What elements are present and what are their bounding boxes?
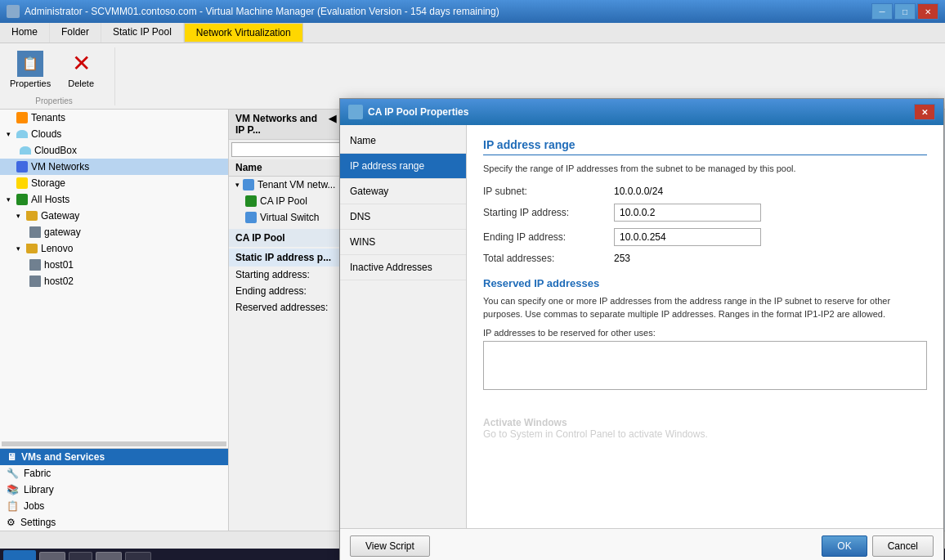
dialog-icon [348,105,363,119]
sidebar-item-tenants[interactable]: Tenants [0,110,228,126]
ip-subnet-value: 10.0.0.0/24 [614,186,663,197]
gateway-arrow: ▾ [16,212,25,220]
dialog-footer-right: OK Cancel [822,535,934,557]
ip-range-section-title: IP address range [483,138,927,155]
dialog-nav-wins[interactable]: WINS [340,230,466,255]
sidebar-label-storage: Storage [31,177,65,189]
vmnetworks-arrow [7,163,15,171]
middle-panel: VM Networks and IP P... ◀ Name ▾ Tenant … [229,110,343,531]
start-button[interactable]: ⊞ [3,550,36,560]
clouds-arrow: ▾ [7,130,15,138]
taskbar-btn-folder[interactable]: 📂 [96,552,122,560]
reserved-textarea[interactable] [483,341,927,390]
total-label: Total addresses: [483,253,614,264]
delete-button[interactable]: ✕ Delete [60,47,101,92]
close-button[interactable]: ✕ [917,3,938,20]
starting-addr-label: Starting address: [235,269,310,280]
tab-static-ip-pool[interactable]: Static IP Pool [101,23,184,43]
storage-icon [16,177,28,189]
middle-section-ca-ip-pool: CA IP Pool [229,229,343,247]
taskbar-btn-app[interactable]: 🔲 [125,552,151,560]
sidebar-item-cloudbox[interactable]: CloudBox [0,142,228,159]
middle-item-tenant-network[interactable]: ▾ Tenant VM netw... [229,177,343,193]
ending-ip-input[interactable] [614,228,761,246]
sidebar-label-tenants: Tenants [31,112,65,123]
sidebar: Tenants ▾ Clouds CloudBox VM Networks [0,110,229,531]
nav-jobs-label: Jobs [24,500,44,512]
sidebar-nav-library[interactable]: 📚 Library [0,482,228,498]
section-ca-ip-pool: CA IP Pool [235,232,285,244]
middle-section-static-ip: Static IP address p... [229,249,343,267]
view-script-button[interactable]: View Script [350,535,430,557]
properties-button[interactable]: 📋 Properties [7,47,54,92]
cancel-button[interactable]: Cancel [872,535,934,557]
middle-item-virtual-switch[interactable]: Virtual Switch [229,209,343,226]
middle-col-header: Name [229,159,343,177]
maximize-button[interactable]: □ [894,3,916,20]
collapse-icon[interactable]: ◀ [329,113,336,136]
middle-search [229,140,343,159]
expand-arrow: ▾ [235,181,240,189]
tab-network-virtualization[interactable]: Network Virtualization [184,23,303,43]
sidebar-item-vm-networks[interactable]: VM Networks [0,159,228,175]
starting-ip-input[interactable] [614,204,761,222]
sidebar-item-host02[interactable]: host02 [0,273,228,289]
ribbon-group-properties: 📋 Properties ✕ Delete Properties [7,47,115,105]
ribbon: Home Folder Static IP Pool Network Virtu… [0,23,945,110]
sidebar-item-gateway-folder[interactable]: ▾ Gateway [0,208,228,224]
ribbon-group-label: Properties [35,96,73,105]
delete-label: Delete [68,78,94,88]
sidebar-item-lenovo-folder[interactable]: ▾ Lenovo [0,240,228,257]
sidebar-content: Tenants ▾ Clouds CloudBox VM Networks [0,110,228,440]
delete-icon: ✕ [68,51,94,77]
sidebar-nav-fabric[interactable]: 🔧 Fabric [0,465,228,482]
properties-icon: 📋 [17,51,43,77]
dialog-nav-name[interactable]: Name [340,128,466,154]
sidebar-label-cloudbox: CloudBox [34,145,77,156]
dialog-nav: Name IP address range Gateway DNS WINS I… [340,125,467,528]
sidebar-nav-settings[interactable]: ⚙ Settings [0,514,228,531]
taskbar-btn-file-explorer[interactable]: 📁 [39,552,65,560]
col-name: Name [235,162,262,173]
dialog-nav-ip-range[interactable]: IP address range [340,154,466,179]
virtual-switch-label: Virtual Switch [260,212,319,223]
clouds-icon [16,130,28,138]
static-starting-addr: Starting address: [229,267,343,283]
reserved-section-title: Reserved IP addresses [483,277,927,289]
tab-folder[interactable]: Folder [50,23,101,43]
reserved-label: IP addresses to be reserved for other us… [483,328,927,338]
sidebar-item-host01[interactable]: host01 [0,257,228,273]
total-addresses-row: Total addresses: 253 [483,253,927,264]
sidebar-label-clouds: Clouds [31,128,61,140]
tenants-icon [16,112,28,123]
ok-button[interactable]: OK [822,535,867,557]
sidebar-scrollbar[interactable] [2,441,226,446]
allhosts-arrow: ▾ [7,195,15,204]
middle-search-input[interactable] [231,142,340,157]
dialog-nav-dns[interactable]: DNS [340,204,466,230]
middle-item-ca-ip-pool[interactable]: CA IP Pool [229,193,343,209]
allhosts-icon [16,194,28,205]
sidebar-nav-vms-services[interactable]: 🖥 VMs and Services [0,449,228,465]
ca-ip-pool-icon [245,195,257,207]
sidebar-bottom-nav: 🖥 VMs and Services 🔧 Fabric 📚 Library 📋 … [0,448,228,531]
sidebar-item-clouds[interactable]: ▾ Clouds [0,126,228,142]
tab-home[interactable]: Home [0,23,50,43]
sidebar-item-gateway[interactable]: gateway [0,224,228,240]
dialog-nav-gateway[interactable]: Gateway [340,179,466,204]
sidebar-nav-jobs[interactable]: 📋 Jobs [0,498,228,514]
sidebar-label-host01: host01 [44,259,74,271]
sidebar-label-gateway: Gateway [41,210,79,222]
sidebar-item-storage[interactable]: Storage [0,175,228,191]
dialog-close-button[interactable]: ✕ [914,104,935,120]
ending-ip-row: Ending IP address: [483,228,927,246]
ca-ip-pool-label: CA IP Pool [260,195,307,207]
activate-line2: Go to System in Control Panel to activat… [483,428,927,440]
lenovo-arrow: ▾ [16,244,25,253]
sidebar-label-host02: host02 [44,276,74,287]
sidebar-item-all-hosts[interactable]: ▾ All Hosts [0,191,228,208]
dialog-nav-inactive[interactable]: Inactive Addresses [340,255,466,280]
minimize-button[interactable]: ─ [871,3,893,20]
sidebar-label-lenovo: Lenovo [41,243,73,254]
taskbar-btn-terminal[interactable]: 🖥 [69,552,92,560]
